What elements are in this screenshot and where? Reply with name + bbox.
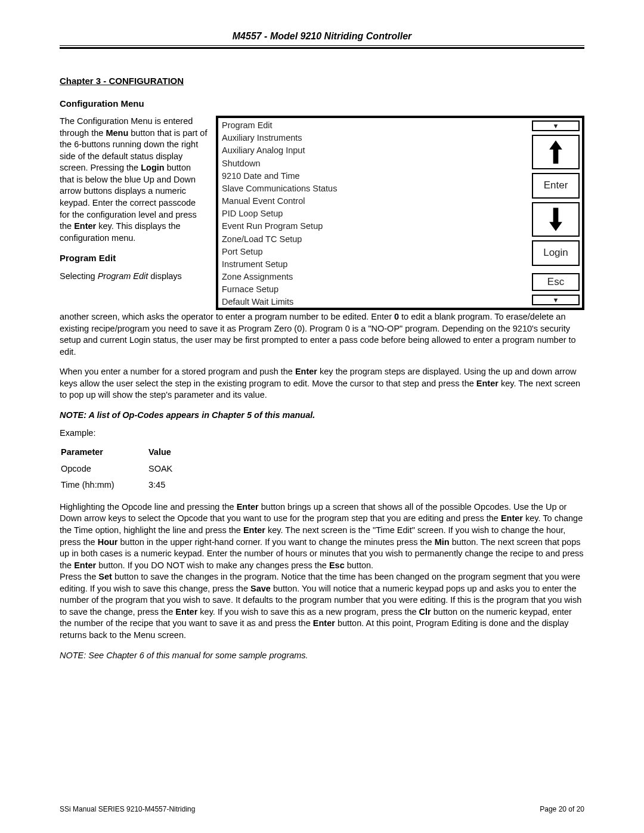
pe-d: 0: [394, 312, 399, 321]
p4f: Enter: [175, 607, 197, 617]
th-param: Parameter: [61, 445, 147, 460]
enter-button[interactable]: Enter: [532, 173, 580, 199]
p3n: Esc: [329, 561, 345, 570]
p3a: Highlighting the Opcode line and pressin…: [60, 502, 237, 512]
p4g: key. If you wish to save this as a new p…: [197, 607, 419, 617]
td-soak: SOAK: [148, 462, 172, 477]
config-menu-text: The Configuration Menu is entered throug…: [60, 116, 208, 282]
menu-item[interactable]: Zone/Load TC Setup: [222, 233, 526, 246]
arrow-down-icon: [548, 206, 564, 233]
chapter-title: Chapter 3 - CONFIGURATION: [60, 75, 584, 87]
p3j: Min: [435, 537, 450, 547]
arrow-up-button[interactable]: [532, 135, 580, 169]
scroll-up-icon[interactable]: ▼: [532, 120, 580, 131]
doc-title: M4557 - Model 9210 Nitriding Controller: [60, 30, 584, 43]
menu-item[interactable]: Default Wait Limits: [222, 296, 526, 308]
menu-item[interactable]: PID Loop Setup: [222, 208, 526, 220]
cm-bold-menu: Menu: [106, 128, 128, 138]
config-menu-screenshot: Program Edit Auxiliary Instruments Auxil…: [216, 116, 584, 310]
p4j: Enter: [313, 618, 335, 628]
p3i: button in the upper right-hand corner. I…: [118, 537, 435, 547]
p3h: Hour: [98, 537, 118, 547]
menu-item[interactable]: Program Edit: [222, 119, 526, 132]
menu-item[interactable]: Slave Communications Status: [222, 182, 526, 195]
p4a: Press the: [60, 572, 98, 581]
menu-item[interactable]: Auxiliary Analog Input: [222, 144, 526, 157]
p4b: Set: [98, 572, 112, 581]
para4: Press the Set button to save the changes…: [60, 571, 584, 641]
p3m: button. If you DO NOT wish to make any c…: [96, 561, 329, 570]
param-table: ParameterValue OpcodeSOAK Time (hh:mm)3:…: [60, 444, 174, 494]
menu-item[interactable]: Manual Event Control: [222, 195, 526, 208]
menu-item[interactable]: Furnace Setup: [222, 283, 526, 296]
menu-item[interactable]: Instrument Setup: [222, 258, 526, 271]
td-time: Time (hh:mm): [61, 478, 147, 493]
login-button[interactable]: Login: [532, 240, 580, 266]
pe-para1-cont: another screen, which asks the operator …: [60, 311, 584, 358]
pe-sel-c-intro: displays: [148, 271, 181, 281]
p2a: When you enter a number for a stored pro…: [60, 367, 295, 376]
rule-thick: [60, 47, 584, 49]
menu-item[interactable]: Zone Assignments: [222, 271, 526, 283]
p3f: Enter: [243, 525, 265, 535]
td-opcode: Opcode: [61, 462, 147, 477]
p3b: Enter: [237, 502, 259, 512]
menu-item[interactable]: Shutdown: [222, 157, 526, 170]
config-menu-heading: Configuration Menu: [60, 98, 584, 110]
footer: SSi Manual SERIES 9210-M4557-Nitriding P…: [60, 804, 584, 814]
note-opcodes: NOTE: A list of Op-Codes appears in Chap…: [60, 410, 584, 422]
arrow-up-icon: [548, 138, 564, 166]
menu-item[interactable]: Auxiliary Instruments: [222, 132, 526, 144]
program-edit-heading: Program Edit: [60, 252, 208, 264]
td-345: 3:45: [148, 478, 172, 493]
esc-button[interactable]: Esc: [532, 273, 580, 291]
pe-sel-b: Program Edit: [98, 271, 148, 281]
arrow-down-button[interactable]: [532, 202, 580, 237]
p3o: button.: [345, 561, 373, 570]
pe-c: another screen, which asks the operator …: [60, 312, 394, 321]
footer-left: SSi Manual SERIES 9210-M4557-Nitriding: [60, 804, 195, 814]
p2b: Enter: [295, 367, 317, 376]
menu-list: Program Edit Auxiliary Instruments Auxil…: [218, 118, 530, 308]
p4h: Clr: [419, 607, 431, 617]
side-button-panel: ▼ Enter Login Esc ▼: [530, 118, 582, 308]
example-label: Example:: [60, 428, 584, 439]
p2d: Enter: [476, 379, 499, 388]
pe-sel-a: Selecting: [60, 271, 98, 281]
menu-item[interactable]: 9210 Date and Time: [222, 170, 526, 182]
cm-bold-enter: Enter: [74, 221, 96, 231]
menu-item[interactable]: Event Run Program Setup: [222, 220, 526, 233]
p3d: Enter: [501, 513, 523, 523]
menu-item[interactable]: Port Setup: [222, 246, 526, 258]
scroll-down-icon[interactable]: ▼: [532, 295, 580, 305]
rule-thin: [60, 45, 584, 46]
th-value: Value: [148, 445, 172, 460]
p4d: Save: [250, 584, 271, 593]
pe-para2: When you enter a number for a stored pro…: [60, 366, 584, 401]
note2: NOTE: See Chapter 6 of this manual for s…: [60, 650, 584, 662]
cm-bold-login: Login: [141, 163, 164, 172]
p3l: Enter: [74, 561, 96, 570]
footer-right: Page 20 of 20: [540, 804, 584, 814]
para3: Highlighting the Opcode line and pressin…: [60, 501, 584, 571]
